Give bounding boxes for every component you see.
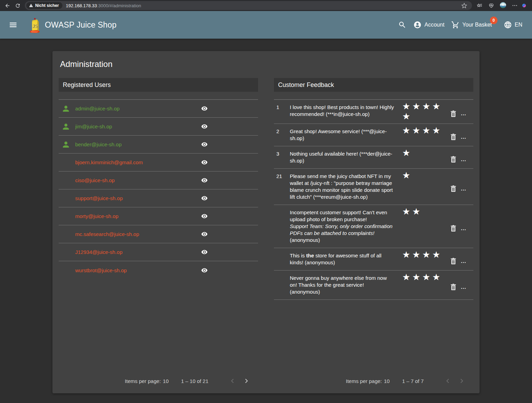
star-icon: ★ xyxy=(411,207,421,217)
star-icon: ★ xyxy=(421,250,431,260)
language-label: EN xyxy=(515,22,522,28)
users-table-header-row xyxy=(59,92,258,99)
brand[interactable]: JS OWASP Juice Shop xyxy=(28,16,117,34)
next-page-button[interactable] xyxy=(239,374,253,388)
security-chip[interactable]: Nicht sicher xyxy=(26,2,62,9)
delete-feedback-button[interactable] xyxy=(449,104,458,124)
star-icon: ★ xyxy=(401,101,411,111)
page-size-select[interactable]: 10 xyxy=(384,378,390,384)
browser-menu-button[interactable] xyxy=(510,1,520,10)
inspect-user-button[interactable] xyxy=(200,158,209,167)
feedback-rating: ★★★★ xyxy=(396,271,446,299)
sidenav-menu-button[interactable] xyxy=(6,18,20,32)
more-options-button[interactable]: ... xyxy=(461,100,473,124)
feedback-id: 1 xyxy=(274,100,290,124)
star-icon: ★ xyxy=(401,111,411,121)
delete-feedback-button[interactable] xyxy=(449,209,458,248)
page-size-select[interactable]: 10 xyxy=(163,378,169,384)
shopping-cart-icon xyxy=(451,21,460,29)
hamburger-icon xyxy=(9,20,18,29)
address-bar[interactable]: Nicht sicher 192.168.178.33:3000/#/admin… xyxy=(25,1,472,10)
feedback-rating: ★★★★ xyxy=(396,248,446,270)
browser-back-button[interactable] xyxy=(2,1,12,10)
feedback-id: 3 xyxy=(274,146,290,168)
bookmark-star-button[interactable] xyxy=(459,1,469,10)
person-icon xyxy=(61,140,70,149)
profile-avatar-button[interactable] xyxy=(498,1,508,10)
trash-icon xyxy=(450,185,456,192)
more-options-button[interactable]: ... xyxy=(461,271,473,299)
feedback-comment: Incompetent customer support! Can't even… xyxy=(290,205,396,248)
feedback-id: 2 xyxy=(274,124,290,146)
customer-feedback-panel: Customer Feedback 1I love this shop! Bes… xyxy=(274,78,473,391)
more-options-button[interactable]: ... xyxy=(461,124,473,146)
more-options-button[interactable]: ... xyxy=(461,205,473,248)
more-options-button[interactable]: ... xyxy=(461,146,473,168)
star-icon: ★ xyxy=(411,126,421,136)
copilot-button[interactable] xyxy=(522,1,526,10)
user-email: bjoern.kimminich@gmail.com xyxy=(75,159,150,165)
eye-icon xyxy=(201,267,208,274)
eye-icon xyxy=(201,213,208,219)
page-title: Administration xyxy=(60,59,473,69)
favorites-list-button[interactable] xyxy=(475,1,484,10)
browser-chrome: Nicht sicher 192.168.178.33:3000/#/admin… xyxy=(0,0,532,11)
feedback-table-header-row xyxy=(274,92,473,99)
eye-icon xyxy=(201,195,208,202)
star-icon: ★ xyxy=(431,126,441,136)
eye-icon xyxy=(201,141,208,148)
feedback-comment: This is the store for awesome stuff of a… xyxy=(290,248,396,270)
delete-feedback-button[interactable] xyxy=(449,252,458,270)
delete-feedback-button[interactable] xyxy=(449,173,458,205)
feedback-comment: I love this shop! Best products in town!… xyxy=(290,100,396,124)
app-title: OWASP Juice Shop xyxy=(45,20,117,30)
search-button[interactable] xyxy=(395,18,410,32)
delete-feedback-button[interactable] xyxy=(449,150,458,168)
items-per-page-label: Items per page: xyxy=(346,378,382,384)
more-options-button[interactable]: ... xyxy=(461,248,473,270)
delete-feedback-button[interactable] xyxy=(449,275,458,299)
star-icon: ★ xyxy=(421,126,431,136)
star-icon: ★ xyxy=(401,148,411,158)
trash-icon xyxy=(450,225,456,232)
language-button[interactable]: EN xyxy=(500,18,526,32)
delete-feedback-button[interactable] xyxy=(449,128,458,146)
inspect-user-button[interactable] xyxy=(200,176,209,185)
globe-icon xyxy=(504,21,512,29)
user-row: mc.safesearch@juice-sh.op xyxy=(59,225,258,243)
inspect-user-button[interactable] xyxy=(200,229,209,239)
next-page-button[interactable] xyxy=(455,374,469,388)
feedback-rating: ★★★★★ xyxy=(396,100,446,124)
previous-page-button[interactable] xyxy=(226,374,239,388)
browser-reload-button[interactable] xyxy=(12,1,23,10)
account-button[interactable]: Account xyxy=(410,18,448,32)
previous-page-button[interactable] xyxy=(441,374,455,388)
profile-avatar xyxy=(500,2,506,9)
inspect-user-button[interactable] xyxy=(200,194,209,203)
account-label: Account xyxy=(424,22,444,28)
user-email: ciso@juice-sh.op xyxy=(75,177,150,183)
user-row: ciso@juice-sh.op xyxy=(59,171,258,189)
eye-icon xyxy=(201,177,208,184)
trash-icon xyxy=(450,156,456,163)
chevron-left-icon xyxy=(228,377,237,385)
inspect-user-button[interactable] xyxy=(200,140,209,149)
trash-icon xyxy=(450,258,456,265)
account-circle-icon xyxy=(413,21,422,29)
inspect-user-button[interactable] xyxy=(200,247,209,257)
inspect-user-button[interactable] xyxy=(200,104,209,113)
eye-icon xyxy=(201,123,208,130)
more-options-button[interactable]: ... xyxy=(461,169,473,205)
inspect-user-button[interactable] xyxy=(200,122,209,131)
feedback-paginator: Items per page: 10 1 – 7 of 7 xyxy=(274,371,473,391)
basket-button[interactable]: Your Basket 0 xyxy=(448,18,495,32)
inspect-user-button[interactable] xyxy=(200,266,209,275)
browser-essentials-button[interactable] xyxy=(486,1,496,10)
url-text: 192.168.178.33:3000/#/administration xyxy=(66,3,459,8)
inspect-user-button[interactable] xyxy=(200,212,209,221)
star-icon: ★ xyxy=(401,207,411,217)
feedback-comment: Nothing useful available here! (***der@j… xyxy=(290,146,396,168)
user-email: morty@juice-sh.op xyxy=(75,213,150,219)
main-content: Administration Registered Users admin@ju… xyxy=(0,39,532,403)
warning-triangle-icon xyxy=(29,3,33,8)
